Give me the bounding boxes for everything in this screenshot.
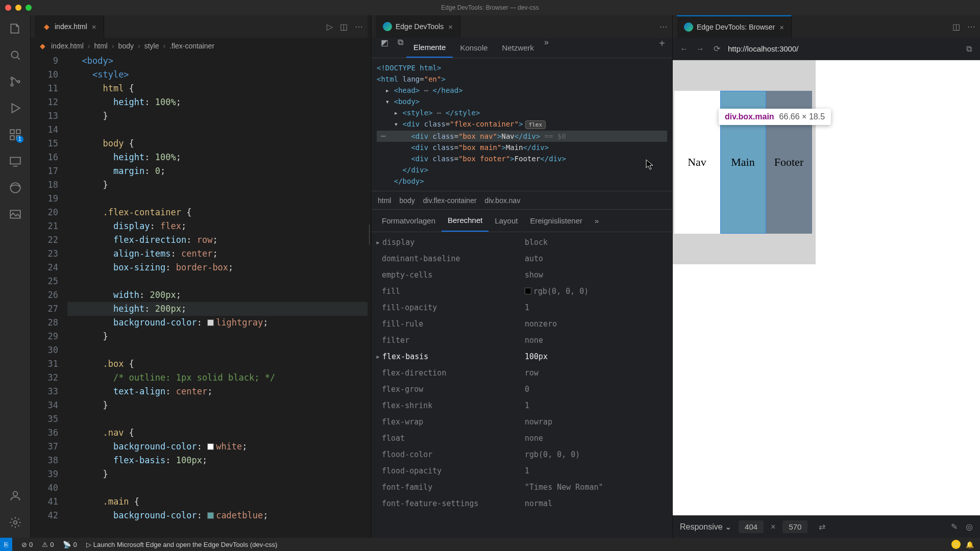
code-editor[interactable]: 9101112131415161718192021222324252627282…: [31, 54, 368, 538]
more-icon[interactable]: ⋯: [967, 22, 976, 32]
run-debug-icon[interactable]: [8, 101, 22, 115]
computed-row[interactable]: fillrgb(0, 0, 0): [372, 283, 672, 299]
remote-icon[interactable]: [8, 154, 22, 168]
computed-row[interactable]: floatnone: [372, 430, 672, 446]
viewport-width[interactable]: 404: [739, 520, 764, 533]
run-icon[interactable]: ▷: [327, 22, 333, 32]
plus-icon[interactable]: +: [655, 38, 669, 58]
styles-tab-1[interactable]: Berechnet: [442, 210, 488, 232]
line-gutter: 9101112131415161718192021222324252627282…: [31, 54, 67, 538]
elements-tree[interactable]: <!DOCTYPE html> <html lang="en"> ▸ <head…: [372, 58, 672, 191]
eyedropper-icon[interactable]: ✎: [951, 522, 958, 532]
device-icon[interactable]: ⧉: [395, 38, 406, 58]
devtools-tab-elemente[interactable]: Elemente: [406, 38, 453, 58]
explorer-icon[interactable]: [8, 21, 22, 36]
more-icon[interactable]: ⋯: [355, 22, 363, 32]
browser-toolbar: ← → ⟳ http://localhost:3000/ ⧉: [673, 38, 980, 60]
browser-tab-label: Edge DevTools: Browser: [697, 23, 775, 31]
styles-tab-3[interactable]: Ereignislistener: [524, 210, 589, 232]
computed-row[interactable]: filternone: [372, 332, 672, 348]
browser-tab[interactable]: Edge DevTools: Browser ×: [677, 15, 792, 38]
source-control-icon[interactable]: [8, 74, 22, 89]
window-title: Edge DevTools: Browser — dev-css: [441, 4, 538, 11]
editor-tab-actions: ▷ ◫ ⋯: [327, 22, 363, 32]
computed-row[interactable]: ▸displayblock: [372, 234, 672, 251]
gear-icon[interactable]: [8, 515, 22, 530]
activity-bar: 1: [0, 15, 31, 538]
close-window-icon[interactable]: [5, 5, 11, 11]
devtools-tab-netzwerk[interactable]: Netzwerk: [495, 38, 542, 58]
computed-row[interactable]: ▸flex-basis100px: [372, 348, 672, 365]
viewport-height[interactable]: 570: [782, 520, 807, 533]
cursor-icon: [646, 159, 654, 170]
maximize-window-icon[interactable]: [26, 5, 32, 11]
minimize-window-icon[interactable]: [15, 5, 21, 11]
svg-rect-6: [10, 136, 14, 140]
computed-row[interactable]: flex-grow0: [372, 381, 672, 397]
html-file-icon: ◆: [42, 22, 51, 31]
chevron-right-icon[interactable]: »: [589, 210, 605, 232]
edge-tools-icon[interactable]: [8, 181, 22, 195]
styles-tab-0[interactable]: Formatvorlagen: [376, 210, 442, 232]
image-icon[interactable]: [8, 207, 22, 221]
computed-row[interactable]: flood-opacity1: [372, 463, 672, 479]
computed-row[interactable]: flex-directionrow: [372, 365, 672, 381]
browser-viewport[interactable]: Nav Main Footer div.box.main 66.66 × 18.…: [673, 60, 980, 515]
bell-icon[interactable]: 🔔: [966, 541, 974, 548]
devtools-tab[interactable]: Edge DevTools ×: [376, 15, 460, 38]
devtools-tab-konsole[interactable]: Konsole: [453, 38, 495, 58]
rotate-icon[interactable]: ⇄: [819, 522, 825, 532]
devtools-top-toolbar: ◩ ⧉ ElementeKonsoleNetzwerk » +: [372, 38, 672, 58]
reload-icon[interactable]: ⟳: [712, 44, 722, 54]
chevron-down-icon: ⌄: [725, 522, 731, 531]
edge-icon: [684, 22, 693, 32]
url-bar[interactable]: http://localhost:3000/: [728, 44, 958, 53]
devtools-tab-label: Edge DevTools: [396, 22, 444, 31]
breadcrumb[interactable]: ◆ index.html› html› body› style› .flex-c…: [31, 38, 368, 54]
computed-row[interactable]: empty-cellsshow: [372, 267, 672, 283]
computed-panel[interactable]: ▸displayblockdominant-baselineautoempty-…: [372, 232, 672, 538]
sash[interactable]: [368, 15, 371, 538]
status-message[interactable]: ▷ Launch Microsoft Edge and open the Edg…: [86, 541, 278, 548]
svg-rect-8: [10, 157, 20, 164]
inspect-tooltip: div.box.main 66.66 × 18.5: [719, 109, 831, 125]
chevron-right-icon[interactable]: »: [544, 38, 549, 58]
search-icon[interactable]: [8, 48, 22, 62]
computed-row[interactable]: font-feature-settingsnormal: [372, 495, 672, 512]
computed-row[interactable]: font-family"Times New Roman": [372, 479, 672, 495]
close-icon[interactable]: ×: [448, 22, 453, 31]
remote-indicator[interactable]: ⎘: [0, 538, 12, 551]
svg-point-11: [13, 491, 17, 496]
back-icon[interactable]: ←: [679, 44, 689, 54]
account-icon[interactable]: [8, 489, 22, 503]
computed-row[interactable]: fill-rulenonzero: [372, 316, 672, 332]
styles-tab-2[interactable]: Layout: [488, 210, 524, 232]
warnings-count[interactable]: ⚠ 0: [42, 541, 54, 548]
computed-row[interactable]: flex-wrapnowrap: [372, 414, 672, 430]
forward-icon[interactable]: →: [695, 44, 705, 54]
elements-crumb[interactable]: html body div.flex-container div.box.nav: [372, 191, 672, 210]
code-text[interactable]: <body> <style> html { height: 100%; } bo…: [67, 54, 368, 538]
computed-row[interactable]: fill-opacity1: [372, 299, 672, 316]
inspect-icon[interactable]: ◩: [378, 38, 391, 58]
responsive-bar: Responsive ⌄ 404 × 570 ⇄ ✎ ◎: [673, 515, 980, 538]
responsive-label[interactable]: Responsive ⌄: [680, 522, 731, 532]
split-icon[interactable]: ◫: [952, 22, 960, 32]
split-icon[interactable]: ◫: [340, 22, 348, 32]
computed-row[interactable]: dominant-baselineauto: [372, 251, 672, 267]
computed-row[interactable]: flex-shrink1: [372, 397, 672, 414]
smiley-icon[interactable]: ☺: [951, 540, 961, 549]
svg-point-12: [13, 521, 17, 524]
external-icon[interactable]: ⧉: [964, 44, 974, 54]
close-icon[interactable]: ×: [779, 23, 784, 32]
editor-tab-index[interactable]: ◆ index.html ×: [35, 15, 104, 38]
close-icon[interactable]: ×: [92, 22, 96, 31]
more-icon[interactable]: ⋯: [381, 131, 386, 142]
more-icon[interactable]: ⋯: [659, 22, 668, 32]
computed-row[interactable]: flood-colorrgb(0, 0, 0): [372, 446, 672, 463]
target-icon[interactable]: ◎: [966, 522, 973, 532]
svg-point-0: [11, 51, 18, 58]
port-count[interactable]: 📡 0: [63, 541, 77, 548]
extensions-icon[interactable]: 1: [8, 128, 22, 142]
errors-count[interactable]: ⊘ 0: [21, 541, 33, 548]
